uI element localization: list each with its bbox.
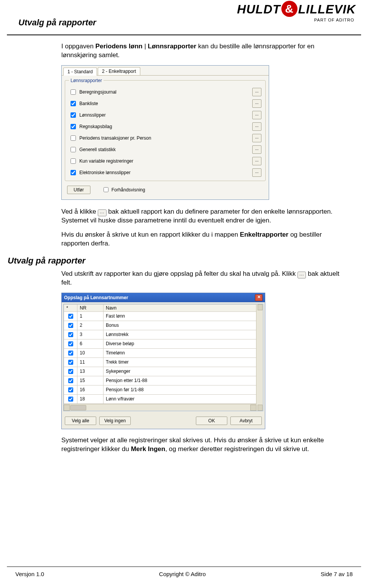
row-nr: 15 <box>77 376 104 385</box>
brand-logo: HULDT&LILLEVIK PART OF ADITRO <box>237 2 356 22</box>
row-name: Diverse beløp <box>104 339 263 348</box>
ellipsis-icon: ... <box>98 209 106 216</box>
table-row[interactable]: 1Fast lønn <box>64 311 263 321</box>
scrollbar-vertical[interactable] <box>256 304 263 411</box>
row-nr: 13 <box>77 367 104 376</box>
row-checkbox-cell[interactable] <box>64 321 77 330</box>
row-checkbox[interactable] <box>68 397 73 402</box>
report-checkbox-input[interactable] <box>71 124 76 129</box>
lookup-dialog: Oppslag på Lønnsartnummer ✕ * NR Navn 1F… <box>61 293 265 429</box>
ellipsis-button[interactable]: ... <box>252 168 261 177</box>
report-checkbox-input[interactable] <box>71 112 76 118</box>
report-checkbox[interactable]: Generell statistikk <box>69 146 252 153</box>
report-label: Kun variable registreringer <box>79 158 133 164</box>
scrollbar-horizontal[interactable] <box>64 404 256 411</box>
preview-checkbox[interactable]: Forhåndsvisning <box>102 186 145 193</box>
report-checkbox-input[interactable] <box>71 101 76 106</box>
row-checkbox-cell[interactable] <box>64 348 77 357</box>
select-none-button[interactable]: Velg ingen <box>99 417 131 425</box>
ellipsis-button[interactable]: ... <box>252 145 261 154</box>
report-checkbox-input[interactable] <box>71 135 76 141</box>
report-row: Generell statistikk... <box>69 144 261 155</box>
row-checkbox[interactable] <box>68 378 73 383</box>
close-icon[interactable]: ✕ <box>255 294 263 301</box>
row-name: Timelønn <box>104 348 263 357</box>
ellipsis-button[interactable]: ... <box>252 111 261 119</box>
ellipsis-button[interactable]: ... <box>252 134 261 142</box>
cancel-button[interactable]: Avbryt <box>230 417 262 425</box>
row-checkbox[interactable] <box>68 351 73 356</box>
section-title: Utvalg på rapporter <box>8 256 345 266</box>
report-label: Generell statistikk <box>79 147 116 152</box>
report-row: Bankliste... <box>69 98 261 109</box>
report-checkbox-input[interactable] <box>71 89 76 95</box>
row-nr: 16 <box>77 385 104 394</box>
report-checkbox[interactable]: Lønnsslipper <box>69 111 252 119</box>
row-name: Lønn v/fravær <box>104 394 263 404</box>
ellipsis-icon: ... <box>297 272 306 278</box>
row-name: Pensjon før 1/1-88 <box>104 385 263 394</box>
report-checkbox-input[interactable] <box>71 147 76 152</box>
col-select[interactable]: * <box>64 304 77 311</box>
row-checkbox-cell[interactable] <box>64 385 77 394</box>
row-checkbox[interactable] <box>68 323 73 328</box>
table-row[interactable]: 15Pensjon etter 1/1-88 <box>64 376 263 385</box>
report-row: Periodens transaksjoner pr. Person... <box>69 132 261 144</box>
tab-standard[interactable]: 1 - Standard <box>63 68 97 76</box>
ellipsis-button[interactable]: ... <box>252 157 261 165</box>
report-checkbox[interactable]: Bankliste <box>69 100 252 107</box>
table-row[interactable]: 16Pensjon før 1/1-88 <box>64 385 263 394</box>
report-checkbox-input[interactable] <box>71 170 76 175</box>
select-all-button[interactable]: Velg alle <box>65 417 96 425</box>
report-checkbox-input[interactable] <box>71 158 76 164</box>
row-checkbox[interactable] <box>68 314 73 319</box>
row-checkbox-cell[interactable] <box>64 330 77 339</box>
row-name: Pensjon etter 1/1-88 <box>104 376 263 385</box>
report-label: Lønnsslipper <box>79 112 106 118</box>
report-checkbox[interactable]: Kun variable registreringer <box>69 157 252 165</box>
row-checkbox[interactable] <box>68 360 73 365</box>
report-checkbox[interactable]: Elektroniske lønnsslipper <box>69 169 252 176</box>
report-label: Periodens transaksjoner pr. Person <box>79 135 151 141</box>
ellipsis-button[interactable]: ... <box>252 99 261 108</box>
ellipsis-button[interactable]: ... <box>252 88 261 96</box>
report-row: Elektroniske lønnsslipper... <box>69 167 261 178</box>
tab-single-report[interactable]: 2 - Enkeltrapport <box>98 67 140 75</box>
table-row[interactable]: 2Bonus <box>64 321 263 330</box>
table-row[interactable]: 13Sykepenger <box>64 367 263 376</box>
execute-button[interactable]: Utfør <box>67 186 90 194</box>
ellipsis-button[interactable]: ... <box>252 122 261 131</box>
footer-version: Versjon 1.0 <box>15 571 44 577</box>
report-checkbox[interactable]: Beregningsjournal <box>69 88 252 96</box>
row-checkbox-cell[interactable] <box>64 339 77 348</box>
report-row: Lønnsslipper... <box>69 109 261 121</box>
table-row[interactable]: 11Trekk timer <box>64 357 263 367</box>
table-row[interactable]: 3Lønnstrekk <box>64 330 263 339</box>
paragraph-single-report: Hvis du ønsker å skrive ut kun en rappor… <box>61 231 345 248</box>
row-checkbox-cell[interactable] <box>64 394 77 404</box>
col-name[interactable]: Navn <box>104 304 263 311</box>
report-row: Regnskapsbilag... <box>69 121 261 132</box>
report-checkbox[interactable]: Regnskapsbilag <box>69 123 252 130</box>
row-checkbox-cell[interactable] <box>64 357 77 367</box>
row-checkbox[interactable] <box>68 332 73 337</box>
footer-copyright: Copyright © Aditro <box>159 571 206 577</box>
paragraph-define-params: Ved å klikke ... bak aktuell rapport kan… <box>61 208 345 225</box>
row-checkbox-cell[interactable] <box>64 376 77 385</box>
table-row[interactable]: 18Lønn v/fravær <box>64 394 263 404</box>
row-checkbox[interactable] <box>68 369 73 374</box>
table-row[interactable]: 10Timelønn <box>64 348 263 357</box>
row-name: Sykepenger <box>104 367 263 376</box>
page-footer: Versjon 1.0 Copyright © Aditro Side 7 av… <box>7 567 361 577</box>
row-checkbox-cell[interactable] <box>64 367 77 376</box>
row-nr: 11 <box>77 357 104 367</box>
row-checkbox[interactable] <box>68 341 73 346</box>
preview-checkbox-input[interactable] <box>104 187 108 192</box>
row-checkbox-cell[interactable] <box>64 311 77 321</box>
table-row[interactable]: 6Diverse beløp <box>64 339 263 348</box>
report-checkbox[interactable]: Periodens transaksjoner pr. Person <box>69 134 252 142</box>
col-nr[interactable]: NR <box>77 304 104 311</box>
ok-button[interactable]: OK <box>196 417 227 425</box>
row-checkbox[interactable] <box>68 387 73 392</box>
paragraph-selection: Ved utskrift av rapporter kan du gjøre o… <box>61 270 345 287</box>
